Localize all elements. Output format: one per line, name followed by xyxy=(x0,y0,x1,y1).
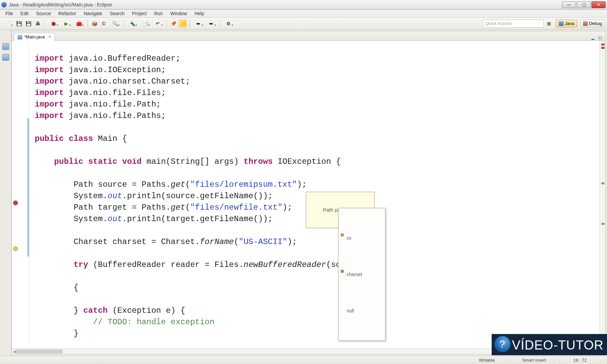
editor-area: *Main.java ✕ ▁ ▢ import java.io.Buffered… xyxy=(11,31,606,355)
package-explorer-icon[interactable] xyxy=(2,43,9,50)
menu-search[interactable]: Search xyxy=(106,10,128,17)
status-writable: Writable xyxy=(465,358,508,363)
open-type-button[interactable]: 🔍 xyxy=(109,20,121,28)
menu-window[interactable]: Window xyxy=(167,10,191,17)
debug-perspective-icon xyxy=(583,21,588,26)
scroll-thumb[interactable] xyxy=(15,350,62,354)
menu-source[interactable]: Source xyxy=(33,10,54,17)
close-tab-icon[interactable]: ✕ xyxy=(48,35,51,39)
menu-help[interactable]: Help xyxy=(191,10,208,17)
window-title: Java - ReadingAndWriting/src/Main.java -… xyxy=(9,2,112,7)
warning-marker-icon[interactable] xyxy=(13,246,18,251)
gutter[interactable] xyxy=(12,41,29,348)
minimize-view-icon[interactable]: ▁ xyxy=(590,34,596,40)
editor-tab-label: *Main.java xyxy=(24,34,45,39)
menu-run[interactable]: Run xyxy=(151,10,166,17)
editor-tab-row: *Main.java ✕ ▁ ▢ xyxy=(12,31,605,41)
new-button[interactable]: 📄 xyxy=(2,20,13,28)
separator xyxy=(220,20,220,28)
toolbar: 📄 💾 💾 🖶 🐞 ▶ 🧰 📦 © 🔍 🔦 📑 ↶ 📌 🟨 ⬅ ➡ ⚙ Quic… xyxy=(0,18,607,30)
editor-tab-main-java[interactable]: *Main.java ✕ xyxy=(14,33,55,41)
close-button[interactable]: ✕ xyxy=(591,1,606,8)
back-button[interactable]: ⬅ xyxy=(193,20,204,28)
java-file-icon xyxy=(18,35,22,39)
status-bar: Writable Smart Insert 19 : 72 xyxy=(0,356,607,364)
quick-access-input[interactable]: Quick Access xyxy=(483,20,544,28)
workbench: *Main.java ✕ ▁ ▢ import java.io.Buffered… xyxy=(0,30,607,356)
maximize-button[interactable]: ▢ xyxy=(577,1,591,8)
toggle-mark-button[interactable]: 🟨 xyxy=(179,20,187,28)
code-text[interactable]: import java.io.BufferedReader; import ja… xyxy=(29,41,599,348)
open-perspective-button[interactable]: ⊞ xyxy=(545,20,553,28)
watermark-text: VÍDEO-TUTOR xyxy=(512,338,604,353)
eclipse-icon xyxy=(1,2,7,7)
window-titlebar: Java - ReadingAndWriting/src/Main.java -… xyxy=(0,0,607,9)
code-editor[interactable]: import java.io.BufferedReader; import ja… xyxy=(12,41,605,348)
separator xyxy=(190,20,190,28)
local-var-icon xyxy=(341,270,344,273)
last-edit-button[interactable]: ↶ xyxy=(152,20,164,28)
perspective-debug-label: Debug xyxy=(589,21,602,26)
local-var-icon xyxy=(341,233,344,237)
overview-info-mark[interactable] xyxy=(601,223,605,225)
overview-info-mark[interactable] xyxy=(601,182,605,184)
content-assist-popup[interactable]: cs charset null xyxy=(338,208,385,341)
perspective-debug[interactable]: Debug xyxy=(580,20,605,28)
run-button[interactable]: ▶ xyxy=(60,20,72,28)
status-insert-mode: Smart Insert xyxy=(508,358,559,363)
separator xyxy=(166,20,167,28)
video-watermark: ? VÍDEO-TUTOR xyxy=(492,334,607,355)
search-button[interactable]: 🔦 xyxy=(126,20,138,28)
annotation-nav-button[interactable]: 📑 xyxy=(139,20,151,28)
assist-item-null[interactable]: null xyxy=(339,304,385,317)
debug-button[interactable]: 🐞 xyxy=(48,20,59,28)
outline-icon[interactable] xyxy=(2,54,9,61)
maximize-view-icon[interactable]: ▢ xyxy=(597,34,603,40)
save-all-button[interactable]: 💾 xyxy=(24,20,32,28)
pin-button[interactable]: 📌 xyxy=(169,20,177,28)
overview-error-mark[interactable] xyxy=(601,43,605,46)
menu-navigate[interactable]: Navigate xyxy=(80,10,106,17)
watermark-logo-icon: ? xyxy=(494,336,511,352)
new-class-button[interactable]: © xyxy=(100,20,108,28)
save-button[interactable]: 💾 xyxy=(15,20,23,28)
perspective-java[interactable]: Java xyxy=(556,20,577,28)
perspective-customize-button[interactable]: ⚙ xyxy=(223,20,234,28)
status-cursor-position: 19 : 72 xyxy=(559,358,600,363)
assist-item-cs[interactable]: cs xyxy=(339,231,385,245)
external-tools-button[interactable]: 🧰 xyxy=(73,20,85,28)
overview-ruler[interactable] xyxy=(599,41,605,348)
separator xyxy=(123,20,124,28)
menu-refactor[interactable]: Refactor xyxy=(55,10,80,17)
left-trim-bar xyxy=(0,30,11,356)
separator xyxy=(87,20,88,28)
print-button[interactable]: 🖶 xyxy=(34,20,42,28)
assist-item-charset[interactable]: charset xyxy=(339,268,385,281)
menu-file[interactable]: File xyxy=(2,10,17,17)
perspective-java-label: Java xyxy=(565,21,574,26)
java-perspective-icon xyxy=(559,21,563,26)
overview-error-mark[interactable] xyxy=(601,47,605,49)
menu-project[interactable]: Project xyxy=(129,10,150,17)
minimize-button[interactable]: — xyxy=(562,1,576,8)
forward-button[interactable]: ➡ xyxy=(205,20,217,28)
separator xyxy=(45,20,45,28)
new-package-button[interactable]: 📦 xyxy=(90,20,98,28)
error-marker-icon[interactable] xyxy=(13,201,18,205)
menu-bar: File Edit Source Refactor Navigate Searc… xyxy=(0,9,607,18)
menu-edit[interactable]: Edit xyxy=(17,10,32,17)
